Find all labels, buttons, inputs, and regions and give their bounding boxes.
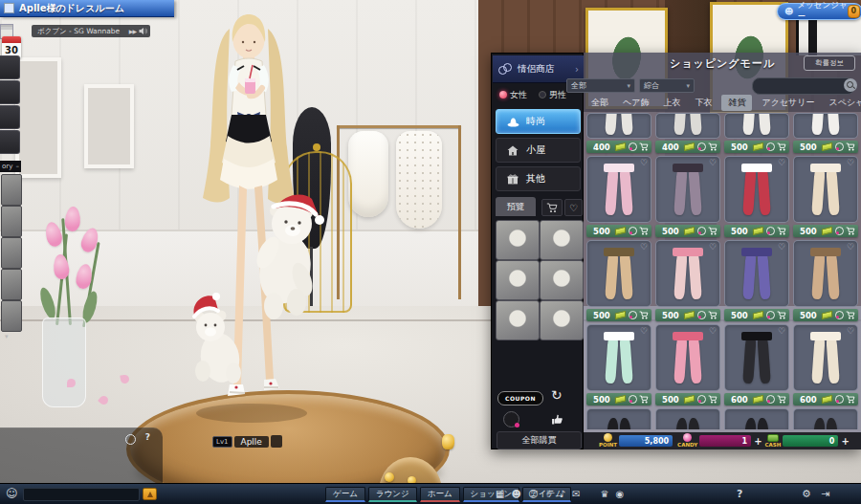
item-thumbnail[interactable] <box>724 113 789 139</box>
cart-icon[interactable] <box>639 227 649 235</box>
settings-gear-icon[interactable]: ⚙ <box>802 488 811 500</box>
item-thumbnail[interactable]: ♡ <box>793 156 858 223</box>
history-thumbnail[interactable] <box>1 206 22 237</box>
item-thumbnail[interactable] <box>655 408 720 429</box>
history-thumbnail[interactable] <box>1 269 22 300</box>
female-radio[interactable] <box>499 91 507 99</box>
item-card[interactable] <box>586 408 651 429</box>
volume-icon[interactable] <box>139 27 147 35</box>
favorite-heart-icon[interactable]: ♡ <box>847 158 854 167</box>
preview-thumbnail[interactable] <box>540 300 584 340</box>
cart-icon[interactable] <box>846 227 855 235</box>
item-card[interactable]: 400 <box>655 113 720 153</box>
favorite-heart-icon[interactable]: ♡ <box>847 326 854 336</box>
cart-icon[interactable] <box>846 395 855 404</box>
strip-button[interactable] <box>0 105 20 129</box>
scroll-down-icon[interactable]: ▾ <box>5 333 9 340</box>
preview-circle-icon[interactable] <box>766 227 775 235</box>
favorite-heart-icon[interactable]: ♡ <box>640 242 648 252</box>
tab-5[interactable]: 雑貨 <box>721 95 752 111</box>
minimize-icon[interactable]: – <box>16 163 20 170</box>
item-card[interactable]: ♡500 <box>586 240 651 321</box>
item-card[interactable] <box>655 408 720 429</box>
preview-circle-icon[interactable] <box>766 142 775 151</box>
preview-thumbnail[interactable] <box>496 220 540 260</box>
favorite-heart-icon[interactable]: ♡ <box>778 158 785 167</box>
item-thumbnail[interactable]: ♡ <box>655 240 720 307</box>
preview-circle-icon[interactable] <box>629 142 637 151</box>
preview-circle-icon[interactable] <box>835 395 844 404</box>
item-card[interactable]: ♡600 <box>724 324 789 405</box>
help-icon[interactable]: ? <box>145 432 150 442</box>
record-circle-icon[interactable] <box>125 434 136 445</box>
trophy-icon[interactable]: ♛ <box>601 488 609 501</box>
coupon-button[interactable]: COUPON <box>497 391 543 405</box>
history-thumbnail[interactable] <box>1 174 22 206</box>
item-thumbnail[interactable] <box>586 408 651 429</box>
snapshot-icon[interactable] <box>503 411 519 427</box>
history-panel-header[interactable]: ory – <box>0 161 21 172</box>
cart-icon[interactable] <box>777 395 786 404</box>
item-thumbnail[interactable]: ♡ <box>724 324 789 391</box>
search-input[interactable] <box>752 77 855 95</box>
chat-input[interactable] <box>23 488 140 501</box>
item-thumbnail[interactable]: ♡ <box>586 324 651 391</box>
cart-icon[interactable] <box>846 311 855 319</box>
cart-icon[interactable] <box>639 395 649 404</box>
favorite-heart-icon[interactable]: ♡ <box>709 158 717 167</box>
item-thumbnail[interactable]: ♡ <box>793 240 858 307</box>
cart-icon[interactable] <box>708 311 718 319</box>
item-thumbnail[interactable] <box>793 113 858 139</box>
item-card[interactable]: ♡500 <box>724 240 789 321</box>
strip-button[interactable] <box>0 80 20 104</box>
item-thumbnail[interactable]: ♡ <box>724 240 789 307</box>
item-card[interactable]: ♡500 <box>586 156 651 237</box>
item-card[interactable]: ♡500 <box>724 156 789 237</box>
add-cash-button[interactable]: + <box>841 436 849 447</box>
item-card[interactable]: ♡500 <box>655 156 720 237</box>
preview-circle-icon[interactable] <box>629 395 637 404</box>
item-thumbnail[interactable]: ♡ <box>586 156 651 223</box>
preview-circle-icon[interactable] <box>629 311 637 319</box>
preview-circle-icon[interactable] <box>835 142 844 151</box>
probability-info-button[interactable]: 확률정보 <box>804 55 855 71</box>
history-thumbnail[interactable] <box>1 237 22 269</box>
male-radio[interactable] <box>539 91 546 99</box>
favorite-heart-icon[interactable]: ♡ <box>847 242 854 252</box>
taskbar-button-3[interactable]: ホーム <box>420 487 460 502</box>
mic-icon[interactable]: ♪ <box>560 488 565 501</box>
item-thumbnail[interactable]: ♡ <box>724 156 789 223</box>
sidebar-menu-fashion[interactable]: 時尚 <box>496 109 581 134</box>
hand-icon[interactable]: ✌ <box>544 488 552 501</box>
item-thumbnail[interactable]: ♡ <box>793 324 858 391</box>
add-candy-button[interactable]: + <box>754 436 762 447</box>
item-thumbnail[interactable]: ♡ <box>586 240 651 307</box>
preview-circle-icon[interactable] <box>835 311 844 319</box>
buy-all-button[interactable]: 全部購買 <box>497 431 582 449</box>
item-thumbnail[interactable]: ♡ <box>655 156 720 223</box>
filter-dropdown-1[interactable]: 全部 ▾ <box>566 78 635 93</box>
preview-thumbnail[interactable] <box>496 300 540 340</box>
card-icon[interactable]: ▦ <box>496 488 504 501</box>
preview-circle-icon[interactable] <box>697 395 706 404</box>
chat-send-button[interactable] <box>143 488 157 500</box>
preview-circle-icon[interactable] <box>629 227 637 235</box>
search-icon[interactable] <box>844 78 857 92</box>
item-card[interactable]: ♡500 <box>793 156 858 237</box>
tab-7[interactable]: スペシャル <box>824 95 861 111</box>
sidebar-menu-house[interactable]: 小屋 <box>496 138 581 163</box>
taskbar-button-1[interactable]: ゲーム <box>325 487 365 502</box>
refresh-icon[interactable]: ↻ <box>551 387 563 403</box>
item-card[interactable]: ♡600 <box>793 324 858 405</box>
preview-circle-icon[interactable] <box>766 395 775 404</box>
preview-thumbnail[interactable] <box>540 260 584 300</box>
favorite-heart-icon[interactable]: ♡ <box>709 326 717 336</box>
item-card[interactable]: 500 <box>793 113 858 153</box>
preview-circle-icon[interactable] <box>835 227 844 235</box>
tab-4[interactable]: 下衣 <box>690 95 717 111</box>
tab-2[interactable]: ヘア飾 <box>618 95 653 111</box>
item-thumbnail[interactable] <box>724 408 789 429</box>
thumbs-up-icon[interactable] <box>551 411 563 429</box>
item-thumbnail[interactable] <box>586 113 651 139</box>
cart-icon[interactable] <box>777 311 786 319</box>
